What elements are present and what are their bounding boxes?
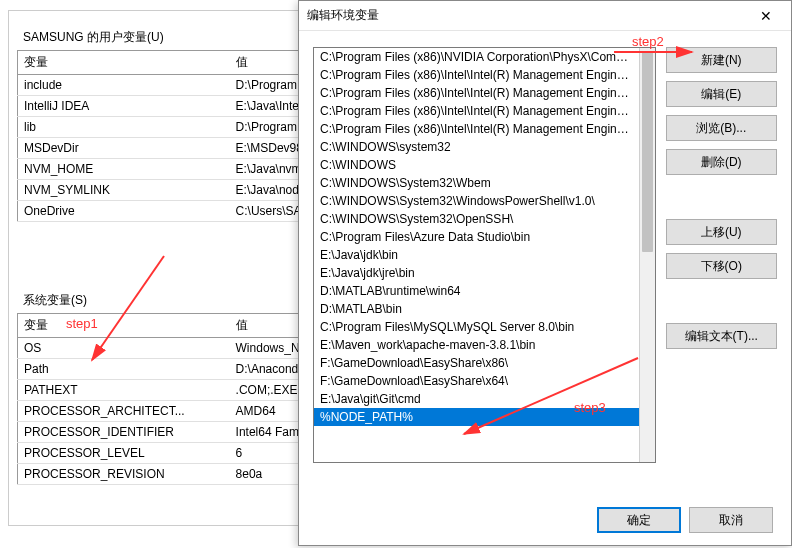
list-item[interactable]: C:\Program Files\Azure Data Studio\bin xyxy=(314,228,639,246)
close-button[interactable]: ✕ xyxy=(749,5,783,27)
list-item[interactable]: %NODE_PATH% xyxy=(314,408,639,426)
move-up-button[interactable]: 上移(U) xyxy=(666,219,778,245)
list-item[interactable]: C:\Program Files (x86)\Intel\Intel(R) Ma… xyxy=(314,102,639,120)
list-item[interactable]: F:\GameDownload\EasyShare\x64\ xyxy=(314,372,639,390)
dialog-titlebar[interactable]: 编辑环境变量 ✕ xyxy=(299,1,791,31)
new-button[interactable]: 新建(N) xyxy=(666,47,778,73)
scrollbar-thumb[interactable] xyxy=(642,52,653,252)
dialog-title: 编辑环境变量 xyxy=(307,7,749,24)
list-item[interactable]: E:\Java\git\Git\cmd xyxy=(314,390,639,408)
var-name: PATHEXT xyxy=(18,380,230,401)
ok-button[interactable]: 确定 xyxy=(597,507,681,533)
listbox-scrollbar[interactable] xyxy=(639,48,655,462)
edit-button[interactable]: 编辑(E) xyxy=(666,81,778,107)
var-name: NVM_HOME xyxy=(18,159,230,180)
list-item[interactable]: C:\Program Files (x86)\Intel\Intel(R) Ma… xyxy=(314,66,639,84)
list-item[interactable]: C:\WINDOWS\System32\OpenSSH\ xyxy=(314,210,639,228)
var-name: OneDrive xyxy=(18,201,230,222)
list-item[interactable]: C:\Program Files (x86)\Intel\Intel(R) Ma… xyxy=(314,120,639,138)
list-item[interactable]: D:\MATLAB\bin xyxy=(314,300,639,318)
list-item[interactable]: C:\WINDOWS\System32\WindowsPowerShell\v1… xyxy=(314,192,639,210)
var-name: MSDevDir xyxy=(18,138,230,159)
var-name: include xyxy=(18,75,230,96)
var-name: NVM_SYMLINK xyxy=(18,180,230,201)
delete-button[interactable]: 删除(D) xyxy=(666,149,778,175)
var-name: IntelliJ IDEA xyxy=(18,96,230,117)
list-item[interactable]: F:\GameDownload\EasyShare\x86\ xyxy=(314,354,639,372)
list-item[interactable]: C:\WINDOWS xyxy=(314,156,639,174)
move-down-button[interactable]: 下移(O) xyxy=(666,253,778,279)
list-item[interactable]: E:\Java\jdk\jre\bin xyxy=(314,264,639,282)
cancel-button[interactable]: 取消 xyxy=(689,507,773,533)
var-name: PROCESSOR_ARCHITECT... xyxy=(18,401,230,422)
side-buttons: 新建(N) 编辑(E) 浏览(B)... 删除(D) 上移(U) 下移(O) 编… xyxy=(666,47,778,463)
close-icon: ✕ xyxy=(760,9,772,23)
var-name: PROCESSOR_IDENTIFIER xyxy=(18,422,230,443)
path-listbox[interactable]: C:\Program Files (x86)\NVIDIA Corporatio… xyxy=(313,47,656,463)
list-item[interactable]: E:\Maven_work\apache-maven-3.8.1\bin xyxy=(314,336,639,354)
list-item[interactable]: C:\Program Files (x86)\NVIDIA Corporatio… xyxy=(314,48,639,66)
list-item[interactable]: E:\Java\jdk\bin xyxy=(314,246,639,264)
var-name: PROCESSOR_REVISION xyxy=(18,464,230,485)
var-name: PROCESSOR_LEVEL xyxy=(18,443,230,464)
col-var: 变量 xyxy=(18,314,230,338)
list-item[interactable]: C:\WINDOWS\system32 xyxy=(314,138,639,156)
edit-env-var-dialog: 编辑环境变量 ✕ C:\Program Files (x86)\NVIDIA C… xyxy=(298,0,792,546)
list-item[interactable]: C:\Program Files (x86)\Intel\Intel(R) Ma… xyxy=(314,84,639,102)
list-item[interactable]: C:\WINDOWS\System32\Wbem xyxy=(314,174,639,192)
list-item[interactable]: D:\MATLAB\runtime\win64 xyxy=(314,282,639,300)
var-name: OS xyxy=(18,338,230,359)
var-name: lib xyxy=(18,117,230,138)
dialog-bottom-buttons: 确定 取消 xyxy=(597,507,773,533)
list-item[interactable]: C:\Program Files\MySQL\MySQL Server 8.0\… xyxy=(314,318,639,336)
edit-text-button[interactable]: 编辑文本(T)... xyxy=(666,323,778,349)
col-var: 变量 xyxy=(18,51,230,75)
browse-button[interactable]: 浏览(B)... xyxy=(666,115,778,141)
var-name: Path xyxy=(18,359,230,380)
